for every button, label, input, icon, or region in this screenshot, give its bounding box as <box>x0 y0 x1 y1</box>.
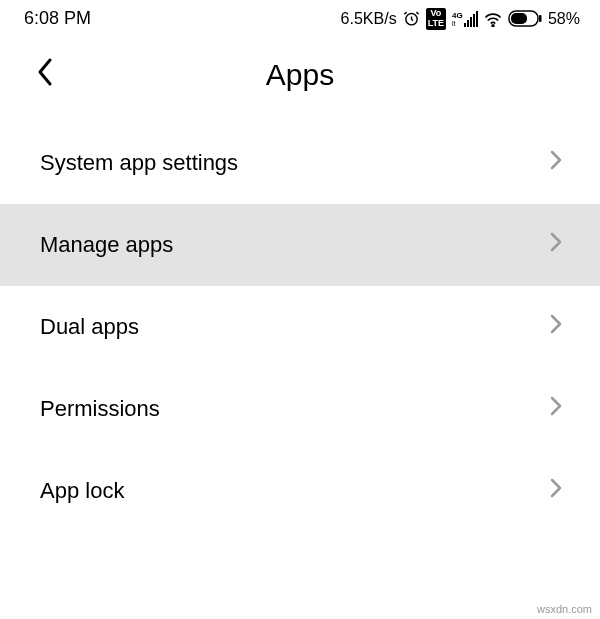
battery-icon <box>508 10 542 27</box>
page-title: Apps <box>24 58 576 92</box>
status-right: 6.5KB/s VoLTE 4G lt <box>341 8 580 30</box>
chevron-right-icon <box>550 396 562 422</box>
settings-list: System app settings Manage apps Dual app… <box>0 122 600 532</box>
list-item-label: Permissions <box>40 396 160 422</box>
svg-text:lt: lt <box>452 20 456 27</box>
volte-icon: VoLTE <box>426 8 446 30</box>
svg-rect-10 <box>511 13 527 24</box>
chevron-right-icon <box>550 232 562 258</box>
chevron-right-icon <box>550 314 562 340</box>
back-button[interactable] <box>36 57 54 92</box>
list-item-system-app-settings[interactable]: System app settings <box>0 122 600 204</box>
watermark: wsxdn.com <box>537 603 592 615</box>
list-item-permissions[interactable]: Permissions <box>0 368 600 450</box>
svg-rect-3 <box>464 23 466 27</box>
alarm-icon <box>403 10 420 27</box>
chevron-right-icon <box>550 150 562 176</box>
list-item-label: App lock <box>40 478 124 504</box>
signal-icon: 4G lt <box>452 11 478 27</box>
data-rate: 6.5KB/s <box>341 10 397 28</box>
list-item-app-lock[interactable]: App lock <box>0 450 600 532</box>
header: Apps <box>0 38 600 122</box>
list-item-label: System app settings <box>40 150 238 176</box>
svg-point-8 <box>492 25 494 27</box>
status-time: 6:08 PM <box>24 8 91 29</box>
list-item-dual-apps[interactable]: Dual apps <box>0 286 600 368</box>
svg-rect-7 <box>476 11 478 27</box>
chevron-right-icon <box>550 478 562 504</box>
svg-text:4G: 4G <box>452 11 463 20</box>
battery-percent: 58% <box>548 10 580 28</box>
svg-rect-11 <box>539 15 542 22</box>
list-item-label: Dual apps <box>40 314 139 340</box>
list-item-manage-apps[interactable]: Manage apps <box>0 204 600 286</box>
svg-rect-4 <box>467 20 469 27</box>
svg-rect-6 <box>473 14 475 27</box>
wifi-icon <box>484 11 502 27</box>
status-bar: 6:08 PM 6.5KB/s VoLTE 4G lt <box>0 0 600 38</box>
svg-rect-5 <box>470 17 472 27</box>
list-item-label: Manage apps <box>40 232 173 258</box>
